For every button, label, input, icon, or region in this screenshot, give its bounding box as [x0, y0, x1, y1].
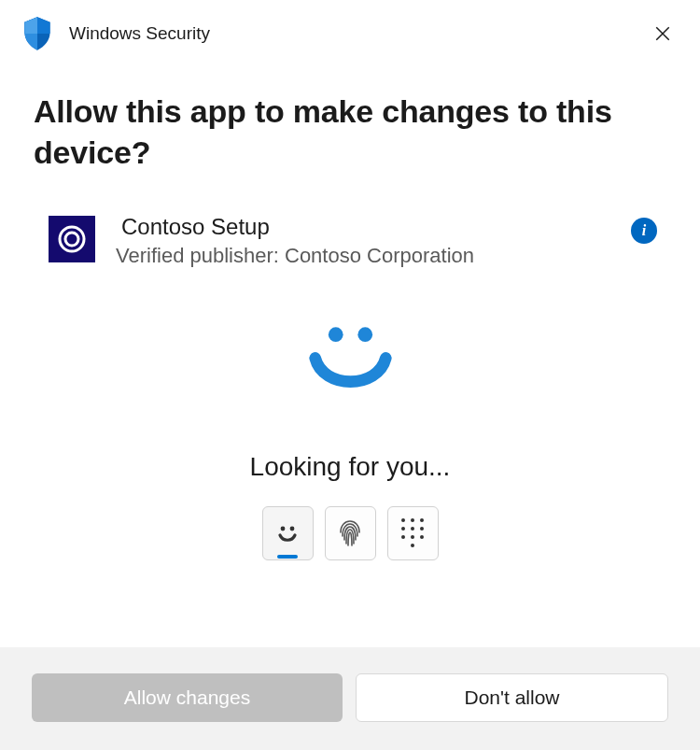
titlebar: Windows Security [0, 0, 700, 64]
close-button[interactable] [644, 15, 681, 52]
auth-option-face[interactable] [262, 506, 314, 560]
svg-point-2 [328, 327, 343, 342]
auth-option-pin[interactable] [387, 506, 439, 560]
svg-point-0 [60, 227, 84, 251]
app-info-row: Contoso Setup Verified publisher: Contos… [34, 214, 666, 268]
svg-point-1 [65, 233, 78, 246]
allow-button[interactable]: Allow changes [32, 673, 343, 722]
auth-options [262, 506, 439, 560]
hello-section: Looking for you... [34, 320, 666, 560]
svg-point-4 [281, 527, 286, 531]
deny-button[interactable]: Don't allow [356, 673, 668, 722]
svg-point-3 [357, 327, 372, 342]
app-icon [49, 216, 95, 262]
app-name: Contoso Setup [121, 214, 610, 240]
app-text: Contoso Setup Verified publisher: Contos… [116, 214, 610, 268]
close-icon [654, 25, 671, 42]
auth-status: Looking for you... [250, 452, 451, 482]
svg-point-5 [290, 527, 295, 531]
info-button[interactable]: i [631, 218, 657, 244]
shield-icon [21, 17, 54, 50]
fingerprint-icon [326, 507, 375, 559]
smile-icon [301, 320, 399, 400]
keypad-icon [388, 507, 438, 559]
footer: Allow changes Don't allow [0, 647, 700, 750]
info-icon: i [642, 222, 646, 239]
app-publisher: Verified publisher: Contoso Corporation [116, 244, 610, 268]
uac-dialog: Windows Security Allow this app to make … [0, 0, 700, 750]
auth-option-fingerprint[interactable] [325, 506, 376, 560]
prompt-heading: Allow this app to make changes to this d… [34, 92, 666, 173]
content-area: Allow this app to make changes to this d… [0, 64, 700, 647]
window-title: Windows Security [67, 23, 631, 44]
face-icon [263, 507, 313, 559]
